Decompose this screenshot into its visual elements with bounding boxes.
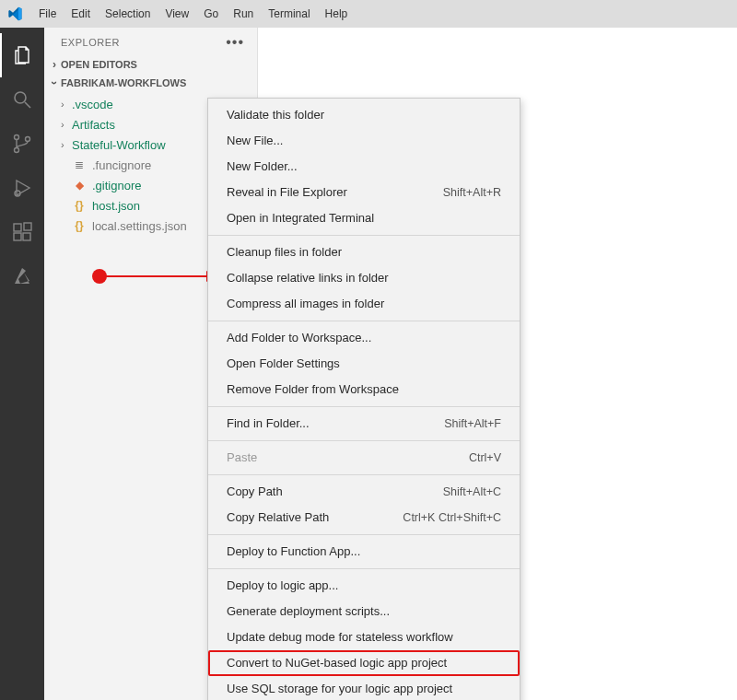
context-menu-separator [208,406,520,407]
context-menu-shortcut: Shift+Alt+R [443,184,501,201]
context-menu-separator [208,534,520,535]
context-menu-item-label: Convert to NuGet-based logic app project [227,655,447,671]
context-menu-separator [208,568,520,569]
context-menu-item[interactable]: Add Folder to Workspace... [208,325,520,351]
context-menu-item-label: Generate deployment scripts... [227,603,390,620]
svg-rect-8 [23,233,30,240]
svg-rect-9 [24,223,31,230]
context-menu-item[interactable]: Compress all images in folder [208,291,520,317]
context-menu-item-label: Collapse relative links in folder [227,270,389,286]
explorer-title: EXPLORER [61,37,120,48]
context-menu-item[interactable]: New Folder... [208,154,520,180]
svg-rect-7 [14,233,21,240]
context-menu-separator [208,235,520,236]
chevron-down-icon: › [48,76,61,89]
branch-icon [11,133,33,155]
file-label: host.json [92,199,140,213]
context-menu-item-label: New Folder... [227,158,298,175]
title-bar: File Edit Selection View Go Run Terminal… [0,0,737,28]
context-menu-item[interactable]: Copy PathShift+Alt+C [208,479,520,505]
context-menu-item[interactable]: Deploy to Function App... [208,539,520,565]
file-lines-icon: ≣ [72,158,87,172]
menu-edit[interactable]: Edit [64,7,98,20]
context-menu-shortcut: Shift+Alt+F [444,415,501,432]
chevron-right-icon: › [61,119,72,130]
context-menu-item[interactable]: Reveal in File ExplorerShift+Alt+R [208,180,520,205]
context-menu-item[interactable]: Remove Folder from Workspace [208,377,520,402]
context-menu-item-label: Paste [227,449,257,466]
context-menu-item[interactable]: Convert to NuGet-based logic app project [208,650,520,676]
context-menu-item[interactable]: Generate deployment scripts... [208,599,520,624]
activity-bar [0,28,44,700]
context-menu-item-label: Compress all images in folder [227,296,384,312]
folder-label: Stateful-Workflow [72,138,166,152]
context-menu-item-label: Reveal in File Explorer [227,184,347,201]
context-menu-item[interactable]: New File... [208,128,520,154]
context-menu-item[interactable]: Cleanup files in folder [208,239,520,265]
open-editors-label: OPEN EDITORS [61,59,137,70]
context-menu-item-label: Use SQL storage for your logic app proje… [227,681,452,697]
menu-terminal[interactable]: Terminal [261,7,317,20]
azure-icon [11,265,33,287]
file-label: local.settings.json [92,219,187,233]
context-menu-item-label: Update debug mode for stateless workflow [227,629,453,646]
search-icon [11,88,33,111]
json-icon: {} [72,198,87,213]
file-label: .gitignore [92,179,141,192]
context-menu-item-label: Find in Folder... [227,415,310,432]
activity-explorer[interactable] [0,33,44,77]
arrow-line [101,275,212,277]
context-menu-item-label: Open Folder Settings [227,356,340,372]
activity-azure[interactable] [0,254,44,298]
context-menu-item-label: Validate this folder [227,107,324,123]
chevron-right-icon: › [61,99,72,110]
activity-run-debug[interactable] [0,166,44,210]
activity-source-control[interactable] [0,122,44,166]
context-menu-item[interactable]: Open Folder Settings [208,351,520,377]
workspace-section[interactable]: › FABRIKAM-WORKFLOWS [44,74,257,92]
workspace-label: FABRIKAM-WORKFLOWS [61,77,186,88]
context-menu-shortcut: Ctrl+K Ctrl+Shift+C [403,509,501,526]
activity-extensions[interactable] [0,210,44,254]
debug-icon [11,177,33,199]
open-editors-section[interactable]: › OPEN EDITORS [44,55,257,74]
context-menu-item-label: Copy Relative Path [227,509,329,526]
menu-selection[interactable]: Selection [98,7,158,20]
context-menu-item[interactable]: Copy Relative PathCtrl+K Ctrl+Shift+C [208,505,520,531]
activity-search[interactable] [0,77,44,122]
menu-view[interactable]: View [158,7,196,20]
context-menu-item-label: Copy Path [227,484,283,500]
context-menu-item[interactable]: Collapse relative links in folder [208,265,520,291]
svg-point-2 [15,135,19,140]
folder-label: Artifacts [72,118,115,132]
context-menu-separator [208,321,520,321]
context-menu-item[interactable]: Use SQL storage for your logic app proje… [208,676,520,700]
context-menu-item-label: Cleanup files in folder [227,244,342,261]
context-menu-shortcut: Shift+Alt+C [443,484,501,500]
context-menu-item[interactable]: Validate this folder [208,102,520,128]
svg-point-0 [15,92,26,103]
context-menu-item-label: Open in Integrated Terminal [227,210,374,227]
chevron-right-icon: › [48,58,61,71]
vscode-icon [7,6,22,21]
svg-point-3 [15,148,19,153]
context-menu-shortcut: Ctrl+V [469,449,501,466]
folder-label: .vscode [72,98,113,111]
git-icon: ◆ [72,178,87,192]
explorer-more-icon[interactable]: ••• [226,39,244,46]
menu-run[interactable]: Run [226,7,261,20]
context-menu-item[interactable]: Open in Integrated Terminal [208,205,520,231]
chevron-right-icon: › [61,139,72,150]
context-menu-item-label: Deploy to logic app... [227,578,338,594]
svg-rect-6 [14,224,21,231]
context-menu-item[interactable]: Find in Folder...Shift+Alt+F [208,411,520,437]
extensions-icon [11,221,33,243]
menu-help[interactable]: Help [318,7,356,20]
json-icon: {} [72,218,87,233]
context-menu-item-label: Deploy to Function App... [227,543,360,560]
svg-line-1 [25,102,30,108]
context-menu-item[interactable]: Deploy to logic app... [208,573,520,599]
menu-go[interactable]: Go [196,7,226,20]
menu-file[interactable]: File [31,7,64,20]
context-menu-item[interactable]: Update debug mode for stateless workflow [208,624,520,650]
